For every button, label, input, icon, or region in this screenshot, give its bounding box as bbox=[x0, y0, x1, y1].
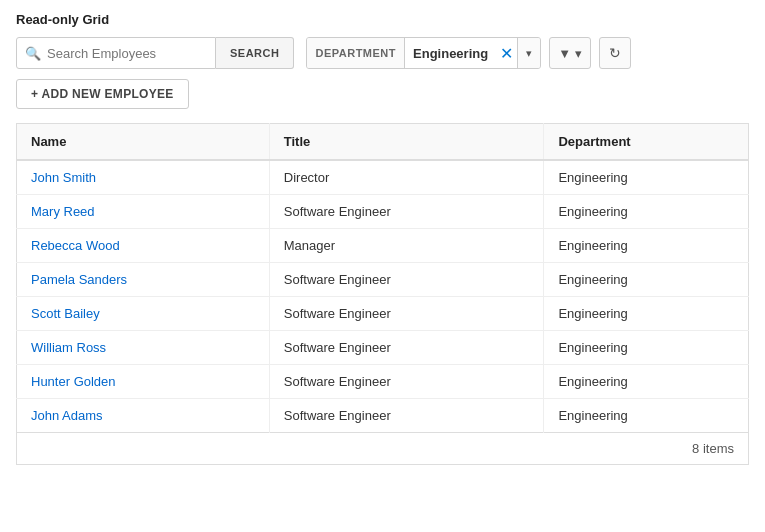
table-row: John SmithDirectorEngineering bbox=[17, 160, 749, 195]
employee-name-link[interactable]: John Adams bbox=[31, 408, 103, 423]
cell-name: John Smith bbox=[17, 160, 270, 195]
filter-department-value: Engineering bbox=[405, 38, 496, 68]
search-input[interactable] bbox=[47, 46, 207, 61]
employee-name-link[interactable]: William Ross bbox=[31, 340, 106, 355]
cell-department: Engineering bbox=[544, 160, 749, 195]
chevron-down-icon: ▾ bbox=[526, 47, 532, 60]
cell-title: Software Engineer bbox=[269, 263, 544, 297]
page-title: Read-only Grid bbox=[16, 12, 749, 27]
cell-department: Engineering bbox=[544, 195, 749, 229]
search-button[interactable]: SEARCH bbox=[216, 37, 294, 69]
cell-name: William Ross bbox=[17, 331, 270, 365]
filter-clear-button[interactable]: ✕ bbox=[496, 38, 517, 68]
cell-department: Engineering bbox=[544, 331, 749, 365]
add-employee-button[interactable]: + ADD NEW EMPLOYEE bbox=[16, 79, 189, 109]
cell-title: Software Engineer bbox=[269, 195, 544, 229]
employee-name-link[interactable]: Scott Bailey bbox=[31, 306, 100, 321]
employee-name-link[interactable]: Hunter Golden bbox=[31, 374, 116, 389]
table-row: Scott BaileySoftware EngineerEngineering bbox=[17, 297, 749, 331]
filter-department-label: DEPARTMENT bbox=[307, 38, 405, 68]
table-footer: 8 items bbox=[16, 433, 749, 465]
filter-dropdown-button[interactable]: ▾ bbox=[517, 38, 540, 68]
employee-name-link[interactable]: Rebecca Wood bbox=[31, 238, 120, 253]
table-row: Hunter GoldenSoftware EngineerEngineerin… bbox=[17, 365, 749, 399]
cell-department: Engineering bbox=[544, 263, 749, 297]
table-row: Rebecca WoodManagerEngineering bbox=[17, 229, 749, 263]
refresh-button[interactable]: ↻ bbox=[599, 37, 631, 69]
cell-title: Software Engineer bbox=[269, 331, 544, 365]
refresh-icon: ↻ bbox=[609, 45, 621, 61]
col-header-title: Title bbox=[269, 124, 544, 161]
filter-button-chevron: ▾ bbox=[575, 46, 582, 61]
cell-title: Manager bbox=[269, 229, 544, 263]
cell-title: Software Engineer bbox=[269, 399, 544, 433]
cell-department: Engineering bbox=[544, 297, 749, 331]
employee-name-link[interactable]: Mary Reed bbox=[31, 204, 95, 219]
cell-name: Mary Reed bbox=[17, 195, 270, 229]
cell-name: Hunter Golden bbox=[17, 365, 270, 399]
filter-button[interactable]: ▼ ▾ bbox=[549, 37, 591, 69]
items-count: 8 items bbox=[692, 441, 734, 456]
cell-title: Software Engineer bbox=[269, 365, 544, 399]
clear-icon: ✕ bbox=[500, 44, 513, 63]
employee-name-link[interactable]: John Smith bbox=[31, 170, 96, 185]
table-body: John SmithDirectorEngineeringMary ReedSo… bbox=[17, 160, 749, 433]
cell-title: Software Engineer bbox=[269, 297, 544, 331]
employee-name-link[interactable]: Pamela Sanders bbox=[31, 272, 127, 287]
employee-table: Name Title Department John SmithDirector… bbox=[16, 123, 749, 433]
col-header-name: Name bbox=[17, 124, 270, 161]
cell-department: Engineering bbox=[544, 365, 749, 399]
toolbar: 🔍 SEARCH DEPARTMENT Engineering ✕ ▾ ▼ ▾ … bbox=[16, 37, 749, 69]
table-row: Pamela SandersSoftware EngineerEngineeri… bbox=[17, 263, 749, 297]
search-wrapper: 🔍 bbox=[16, 37, 216, 69]
search-icon: 🔍 bbox=[25, 46, 41, 61]
cell-department: Engineering bbox=[544, 229, 749, 263]
cell-name: John Adams bbox=[17, 399, 270, 433]
table-header: Name Title Department bbox=[17, 124, 749, 161]
table-row: John AdamsSoftware EngineerEngineering bbox=[17, 399, 749, 433]
cell-department: Engineering bbox=[544, 399, 749, 433]
filter-icon: ▼ bbox=[558, 46, 571, 61]
table-header-row: Name Title Department bbox=[17, 124, 749, 161]
filter-department-wrapper: DEPARTMENT Engineering ✕ ▾ bbox=[306, 37, 541, 69]
cell-name: Scott Bailey bbox=[17, 297, 270, 331]
col-header-department: Department bbox=[544, 124, 749, 161]
table-row: William RossSoftware EngineerEngineering bbox=[17, 331, 749, 365]
table-row: Mary ReedSoftware EngineerEngineering bbox=[17, 195, 749, 229]
cell-name: Pamela Sanders bbox=[17, 263, 270, 297]
cell-title: Director bbox=[269, 160, 544, 195]
cell-name: Rebecca Wood bbox=[17, 229, 270, 263]
